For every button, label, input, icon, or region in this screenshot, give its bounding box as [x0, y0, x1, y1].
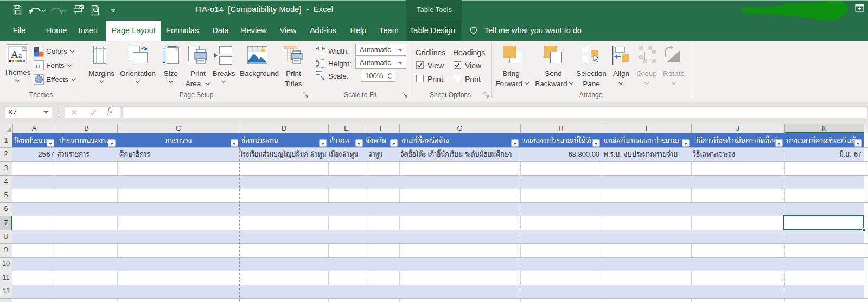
- svg-text:A: A: [11, 49, 18, 60]
- svg-text:n: n: [36, 61, 40, 70]
- svg-text:a: a: [18, 52, 22, 60]
